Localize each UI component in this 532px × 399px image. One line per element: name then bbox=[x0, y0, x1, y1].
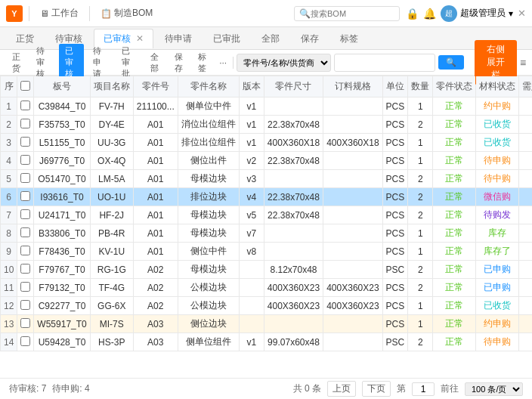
filter-select[interactable]: 零件号/名称/供货商 bbox=[237, 54, 331, 72]
cell-check[interactable] bbox=[17, 116, 34, 134]
row-checkbox[interactable] bbox=[20, 137, 30, 147]
table-row[interactable]: 2 F35753_T0 DY-4E A01 消位出位组件 v1 22.38x70… bbox=[1, 116, 533, 134]
search-button[interactable]: 🔍 bbox=[438, 55, 464, 70]
tab-yishenpi[interactable]: 已审批 bbox=[203, 29, 250, 48]
top-search-input[interactable] bbox=[311, 9, 394, 18]
cell-size: 400X360X23 bbox=[264, 297, 323, 315]
cell-plate: C92277_T0 bbox=[34, 297, 90, 315]
filter-biaoji[interactable]: 标签 bbox=[192, 50, 213, 76]
cell-check[interactable] bbox=[17, 206, 34, 224]
row-checkbox[interactable] bbox=[20, 227, 30, 237]
row-checkbox[interactable] bbox=[20, 246, 30, 255]
cell-project: RG-1G bbox=[90, 261, 133, 279]
cell-part-status: 正常 bbox=[433, 116, 476, 134]
cell-mat-status: 约中购 bbox=[476, 97, 519, 116]
table-row[interactable]: 4 J69776_T0 OX-4Q A01 侧位出件 v2 22.38x70x4… bbox=[1, 152, 533, 170]
table-container[interactable]: 序 板号 项目名称 零件号 零件名称 版本 零件尺寸 订料规格 单位 数量 零件… bbox=[0, 76, 532, 378]
cell-check[interactable] bbox=[17, 279, 34, 297]
cell-part-no: A02 bbox=[133, 261, 178, 279]
table-row[interactable]: 10 F79767_T0 RG-1G A02 母模边块 8.12x70x48 P… bbox=[1, 261, 533, 279]
cell-check[interactable] bbox=[17, 333, 34, 351]
col-size: 零件尺寸 bbox=[264, 76, 323, 97]
row-checkbox[interactable] bbox=[20, 318, 30, 328]
cell-unit: PCS bbox=[382, 188, 408, 206]
filter-search-box[interactable] bbox=[334, 54, 435, 72]
tab-biaoqian[interactable]: 标签 bbox=[330, 29, 368, 48]
cell-check[interactable] bbox=[17, 152, 34, 170]
cell-unit: PCS bbox=[382, 97, 408, 116]
col-unit: 单位 bbox=[382, 76, 408, 97]
table-row[interactable]: 11 F79132_T0 TF-4G A02 公模边块 400X360X23 4… bbox=[1, 279, 533, 297]
row-checkbox[interactable] bbox=[20, 101, 30, 110]
prev-page-button[interactable]: 上页 bbox=[327, 381, 356, 397]
row-checkbox[interactable] bbox=[20, 282, 30, 292]
cell-version: v1 bbox=[239, 134, 264, 152]
row-checkbox[interactable] bbox=[20, 173, 30, 183]
table-row[interactable]: 8 B33806_T0 PB-4R A01 母模边块 v7 PCS 1 正常 库… bbox=[1, 224, 533, 243]
table-row[interactable]: 5 O51470_T0 LM-5A A01 母模边块 v3 PCS 2 正常 待… bbox=[1, 170, 533, 188]
cell-part-no: A01 bbox=[133, 224, 178, 243]
cell-order-spec bbox=[323, 152, 382, 170]
row-checkbox[interactable] bbox=[20, 119, 30, 128]
avatar: 超 bbox=[441, 5, 457, 22]
username: 超级管理员 bbox=[460, 7, 506, 20]
row-checkbox[interactable] bbox=[20, 300, 30, 310]
cell-check[interactable] bbox=[17, 261, 34, 279]
cell-check[interactable] bbox=[17, 188, 34, 206]
top-search-box[interactable]: 🔍 bbox=[294, 6, 400, 21]
filter-bar: 正货 待审核 已审核 待申请 已审批 全部 保存 标签 ··· 零件号/名称/供… bbox=[0, 50, 532, 76]
tab-daishenqi[interactable]: 待申请 bbox=[155, 29, 202, 48]
table-row[interactable]: 9 F78436_T0 KV-1U A01 侧位中件 v8 PCS 1 正常 库… bbox=[1, 243, 533, 261]
table-body: 1 C39844_T0 FV-7H 211100... 侧单位中件 v1 PCS… bbox=[1, 97, 533, 351]
summary-apply: 待申购: 4 bbox=[52, 382, 89, 395]
cell-check[interactable] bbox=[17, 97, 34, 116]
tab-close-icon[interactable]: ✕ bbox=[136, 33, 144, 44]
cell-qty: 2 bbox=[408, 170, 433, 188]
cell-check[interactable] bbox=[17, 134, 34, 152]
cell-seq: 7 bbox=[1, 206, 17, 224]
user-dropdown-icon: ▾ bbox=[509, 8, 513, 19]
table-row[interactable]: 7 U24171_T0 HF-2J A01 母模边块 v5 22.38x70x4… bbox=[1, 206, 533, 224]
row-checkbox[interactable] bbox=[20, 155, 30, 165]
table-row[interactable]: 1 C39844_T0 FV-7H 211100... 侧单位中件 v1 PCS… bbox=[1, 97, 533, 116]
filter-baocun[interactable]: 保存 bbox=[169, 50, 190, 76]
filter-zhengshi[interactable]: 正货 bbox=[6, 50, 27, 76]
user-area[interactable]: 超 超级管理员 ▾ bbox=[441, 5, 513, 22]
settings-icon[interactable]: ≡ bbox=[520, 57, 526, 69]
cell-qty: 2 bbox=[408, 261, 433, 279]
cell-part-no: A01 bbox=[133, 116, 178, 134]
cell-part-no: A01 bbox=[133, 170, 178, 188]
table-row[interactable]: 14 U59428_T0 HS-3P A03 侧单位组件 v1 99.07x60… bbox=[1, 333, 533, 351]
table-row[interactable]: 6 I93616_T0 UO-1U A01 排位边块 v4 22.38x70x4… bbox=[1, 188, 533, 206]
pagination-bar: 待审核: 7 待申购: 4 共 0 条 上页 下页 第 前往 100 条/页 5… bbox=[0, 378, 532, 399]
filter-input-field[interactable] bbox=[339, 58, 430, 67]
tab-quanbu[interactable]: 全部 bbox=[252, 29, 289, 48]
row-checkbox[interactable] bbox=[20, 264, 30, 274]
close-icon[interactable]: ✕ bbox=[518, 8, 526, 19]
cell-check[interactable] bbox=[17, 170, 34, 188]
nav-bom[interactable]: 📋 制造BOM bbox=[96, 5, 157, 21]
col-check[interactable] bbox=[17, 76, 34, 97]
cell-check[interactable] bbox=[17, 224, 34, 243]
table-row[interactable]: 3 L51155_T0 UU-3G A01 排位出位组件 v1 400X360X… bbox=[1, 134, 533, 152]
more-options-icon[interactable]: ··· bbox=[216, 57, 230, 68]
row-checkbox[interactable] bbox=[20, 209, 30, 219]
row-checkbox[interactable] bbox=[20, 336, 30, 346]
filter-quanbu[interactable]: 全部 bbox=[144, 50, 165, 76]
table-row[interactable]: 13 W55917_T0 MI-7S A03 侧位边块 PCS 1 正常 约申购… bbox=[1, 315, 533, 333]
select-all-checkbox[interactable] bbox=[20, 81, 30, 91]
page-size-select[interactable]: 100 条/页 50 条/页 200 条/页 bbox=[465, 382, 523, 396]
nav-workbench[interactable]: 🖥 工作台 bbox=[36, 5, 83, 21]
col-version: 版本 bbox=[239, 76, 264, 97]
cell-order-spec bbox=[323, 333, 382, 351]
cell-check[interactable] bbox=[17, 315, 34, 333]
tab-baojia[interactable]: 保存 bbox=[291, 29, 329, 48]
table-row[interactable]: 12 C92277_T0 GG-6X A02 公模边块 400X360X23 4… bbox=[1, 297, 533, 315]
next-page-button[interactable]: 下页 bbox=[362, 381, 391, 397]
cell-check[interactable] bbox=[17, 297, 34, 315]
page-number-input[interactable] bbox=[412, 382, 435, 396]
cell-check[interactable] bbox=[17, 243, 34, 261]
row-checkbox[interactable] bbox=[20, 191, 30, 201]
cell-order-spec bbox=[323, 206, 382, 224]
cell-part-status: 正常 bbox=[433, 134, 476, 152]
